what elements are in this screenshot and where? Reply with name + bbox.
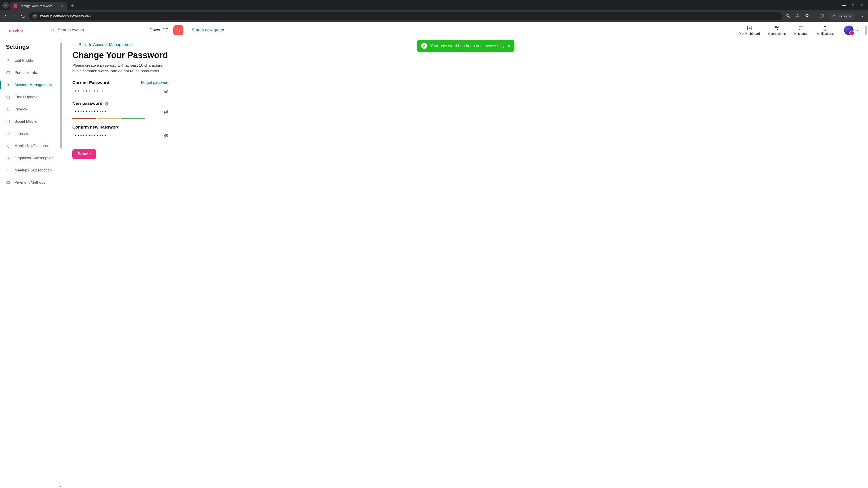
submit-button[interactable]: Submit — [72, 149, 96, 159]
tab-strip: Change Your Password ✕ ＋ ― ▢ ✕ — [0, 0, 868, 10]
nav-notifications[interactable]: Notifications — [816, 25, 834, 35]
toast-message: Your password has been set successfully — [430, 43, 504, 48]
sidebar-item-edit-profile[interactable]: Edit Profile — [6, 55, 62, 67]
search-wrap: Dover, DE — [48, 25, 183, 35]
nav-label: Connections — [768, 32, 786, 35]
nav-connections[interactable]: Connections — [768, 25, 786, 35]
minimize-button[interactable]: ― — [842, 3, 846, 7]
current-password-input[interactable] — [74, 89, 161, 93]
start-group-link[interactable]: Start a new group — [192, 28, 224, 33]
svg-rect-13 — [7, 120, 9, 123]
forgot-password-link[interactable]: Forgot password — [141, 80, 169, 85]
eye-off-icon[interactable] — [164, 109, 168, 115]
mail-icon — [6, 95, 10, 99]
sidebar-item-payment-methods[interactable]: Payment Methods — [6, 176, 62, 189]
bell-icon — [6, 144, 10, 148]
incognito-chip[interactable]: Incognito — [829, 13, 855, 20]
header-nav: Pro Dashboard Connections Messages Notif… — [739, 25, 834, 35]
maximize-button[interactable]: ▢ — [851, 3, 855, 7]
reload-button[interactable] — [20, 14, 25, 19]
forward-button[interactable] — [12, 14, 17, 19]
sidebar-item-personal-info[interactable]: Personal Info — [6, 67, 62, 79]
confirm-password-input[interactable] — [74, 134, 161, 138]
id-card-icon — [6, 70, 10, 75]
meetup-favicon — [13, 4, 17, 8]
url-text: meetup.com/account/password/ — [40, 14, 91, 18]
sidebar-item-mobile-notifications[interactable]: Mobile Notifications — [6, 140, 62, 152]
gear-icon — [6, 156, 10, 160]
toolbar-divider — [814, 13, 814, 19]
password-strength-meter — [72, 118, 145, 119]
search-button[interactable] — [174, 25, 183, 35]
sidebar-item-label: Payment Methods — [14, 180, 45, 185]
share-icon — [6, 119, 10, 124]
sidebar-item-social-media[interactable]: Social Media — [6, 116, 62, 128]
profile-icon — [6, 58, 10, 63]
search-field[interactable]: Dover, DE — [48, 25, 174, 35]
toolbar-right: Incognito ⋮ — [786, 13, 865, 20]
new-password-label: New password i — [72, 101, 108, 106]
account-menu[interactable] — [844, 26, 859, 35]
sidebar-item-privacy[interactable]: Privacy — [6, 103, 62, 116]
star-icon — [6, 131, 10, 136]
kebab-menu-icon[interactable]: ⋮ — [860, 14, 865, 19]
lock-icon — [6, 107, 10, 111]
site-header: meetup Dover, DE Start a new group Pro D… — [0, 22, 868, 38]
nav-label: Pro Dashboard — [739, 32, 760, 35]
gear-icon — [6, 83, 10, 87]
tab-title: Change Your Password — [20, 4, 59, 8]
nav-label: Notifications — [816, 32, 834, 35]
avatar — [844, 26, 854, 35]
sidebar-item-email-updates[interactable]: Email Updates — [6, 91, 62, 103]
card-icon — [6, 180, 10, 185]
close-window-button[interactable]: ✕ — [860, 3, 863, 7]
toast-close-icon[interactable]: ✕ — [508, 44, 510, 48]
sidebar-item-account-management[interactable]: Account Management — [6, 79, 62, 91]
sidebar-item-label: Personal Info — [14, 70, 37, 75]
omnibox[interactable]: meetup.com/account/password/ — [29, 12, 782, 20]
address-bar: meetup.com/account/password/ Incognito ⋮ — [0, 10, 868, 22]
sidebar-item-organizer-subscription[interactable]: Organizer Subscription — [6, 152, 62, 164]
new-tab-button[interactable]: ＋ — [70, 2, 74, 8]
location-label[interactable]: Dover, DE — [150, 28, 170, 33]
nav-messages[interactable]: Messages — [794, 25, 808, 35]
check-circle-icon: ✓ — [421, 43, 427, 49]
svg-rect-1 — [820, 14, 824, 17]
sidebar-item-interests[interactable]: Interests — [6, 128, 62, 140]
info-icon[interactable]: i — [105, 102, 108, 105]
search-input[interactable] — [58, 28, 117, 33]
current-password-block: Current Password Forgot password — [72, 80, 859, 96]
sidebar-item-label: Mobile Notifications — [14, 144, 48, 148]
svg-rect-9 — [6, 72, 10, 74]
svg-point-8 — [8, 59, 9, 61]
new-password-block: New password i — [72, 101, 859, 119]
browser-tab[interactable]: Change Your Password ✕ — [10, 2, 67, 10]
close-tab-icon[interactable]: ✕ — [61, 4, 64, 8]
tab-search-button[interactable] — [2, 2, 9, 8]
settings-list: Edit ProfilePersonal InfoAccount Managem… — [6, 55, 62, 189]
sidebar-item-label: Interests — [14, 131, 29, 136]
current-password-label: Current Password — [72, 80, 110, 85]
sidebar-item-label: Meetup+ Subscription — [14, 168, 52, 173]
window-controls: ― ▢ ✕ — [842, 3, 866, 7]
search-icon — [51, 28, 55, 33]
search-page-icon[interactable] — [786, 13, 790, 19]
new-password-input[interactable] — [74, 110, 161, 114]
sidebar-item-label: Account Management — [14, 83, 52, 87]
bookmark-icon[interactable] — [795, 13, 800, 19]
viewport-scrollbar[interactable] — [864, 23, 868, 488]
back-to-account-link[interactable]: Back to Account Management — [72, 42, 133, 47]
site-info-icon[interactable] — [32, 13, 37, 19]
confirm-password-block: Confirm new password — [72, 125, 859, 140]
eye-off-icon[interactable] — [164, 89, 168, 94]
eye-off-icon[interactable] — [164, 133, 168, 138]
sidebar-item-meetup-subscription[interactable]: mMeetup+ Subscription — [6, 164, 62, 176]
page-viewport: meetup Dover, DE Start a new group Pro D… — [0, 22, 868, 488]
sidebar-scrollbar[interactable] — [60, 39, 63, 487]
meetup-logo[interactable]: meetup — [9, 26, 33, 34]
side-panel-icon[interactable] — [819, 13, 824, 19]
back-button[interactable] — [3, 14, 8, 19]
svg-rect-15 — [6, 182, 10, 184]
extensions-icon[interactable] — [805, 13, 809, 19]
nav-pro-dashboard[interactable]: Pro Dashboard — [739, 25, 760, 35]
